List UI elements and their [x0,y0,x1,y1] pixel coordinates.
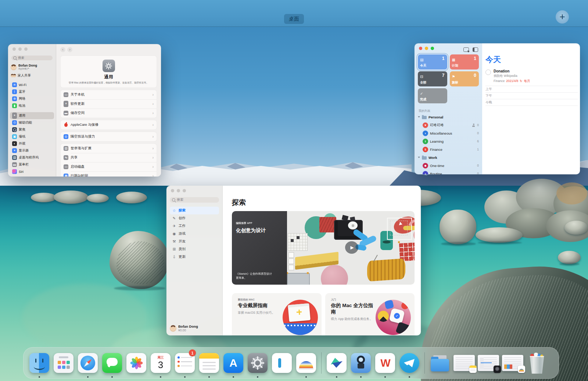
nav-categories[interactable]: ⊞ 类别 [170,245,219,253]
back-button[interactable]: ‹ [60,47,65,52]
minimize-icon[interactable] [177,189,180,192]
dock-notes[interactable] [197,347,221,379]
story-card-screenshot-guide[interactable]: 掌控你的 MAC 专业截屏指南 掌握 macOS 实用小技巧。 [232,293,322,335]
row-about[interactable]: ▭ 关于本机› [61,90,157,99]
row-storage[interactable]: ▬ 储存空间› [61,108,157,118]
dock-system-settings[interactable] [245,347,270,379]
sidebar-item-spotlight[interactable]: 聚焦 [10,126,54,133]
sidebar-item-desktop-dock[interactable]: ▤ 桌面与程序坞 [10,154,54,161]
tile-completed[interactable]: ✓ 完成 [418,88,447,103]
dock-sunrise-app[interactable] [294,347,318,379]
add-desktop-button[interactable]: + [556,10,569,24]
account-row[interactable]: Bofan Dong ¥0.00 [170,324,198,332]
reminder-task-donation[interactable]: Donation 捐款给 Wikipedia Finance 2021/4/8 … [485,69,578,86]
dock-app-store[interactable]: A [221,347,245,379]
dock-downloads-folder[interactable] [428,347,452,379]
sidebar-item-wifi[interactable]: ≋ Wi-Fi [10,81,54,88]
row-software-update[interactable]: * 软件更新› [61,99,157,108]
chevron-down-icon[interactable] [418,116,420,118]
nav-discover[interactable]: ☆ 探索 [170,207,219,214]
dock-draft-app[interactable] [270,347,294,379]
window-controls[interactable] [12,47,28,51]
dock-wps-office[interactable]: W [373,347,397,379]
row-airdrop[interactable]: ◎ 隔空投送与接力› [61,132,157,141]
sidebar-item-battery[interactable]: ▮ 电池 [10,102,54,109]
list-item-routine[interactable]: ▲ Routine 0 [418,170,479,174]
row-login-items[interactable]: ▤ 登录项与扩展› [61,144,157,153]
nav-create[interactable]: ✎ 创作 [170,214,219,222]
nav-updates[interactable]: ⇩ 更新 [170,253,219,261]
list-item-dingdong[interactable]: ♥ 叮咚叮咚 0 [418,121,479,129]
window-controls[interactable] [419,47,434,50]
window-controls[interactable] [171,189,186,192]
dock-launchpad[interactable] [51,347,76,379]
dock-bird-app[interactable] [325,347,349,379]
story-card-mac-guide[interactable]: 入门 你的 Mac 全方位指南 得力 App 助你完成各类任务。 ✓ [325,293,415,335]
app-store-search-input[interactable]: 搜索 [170,197,219,203]
sidebar-item-menubar[interactable]: ▬ 菜单栏 [10,161,54,168]
chevron-down-icon[interactable] [418,157,420,158]
dock-telegram[interactable] [397,347,422,379]
list-item-finance[interactable]: $ Finance 1 [418,145,479,153]
row-startup-disk[interactable]: ▭ 启动磁盘› [61,162,157,171]
tile-scheduled[interactable]: ▦ 1 计划 [450,54,479,70]
sidebar-item-wallpaper[interactable]: ▣ 墙纸 [10,133,54,140]
dock-messages[interactable] [100,347,124,379]
dock-safari[interactable] [76,347,100,379]
close-icon[interactable] [12,47,16,51]
featured-card-sketch[interactable]: 编辑推荐 APP 化创意为设计 《Sketch》让创作和原型设计 更简单。 [232,211,415,285]
heart-list-icon: ♥ [423,122,428,128]
forward-button[interactable]: › [67,47,72,52]
zoom-icon[interactable] [431,47,434,50]
play-button[interactable]: ▶ [345,241,358,254]
sidebar-item-network[interactable]: ⊕ 网络 [10,95,54,102]
task-checkbox[interactable] [485,70,491,75]
tile-all[interactable]: ⊟ 7 全部 [418,71,447,86]
calendar-icon: 周三 3 [151,353,171,373]
dock-minimized-window-browser[interactable] [501,347,525,379]
sidebar-item-displays[interactable]: ☀ 显示器 [10,147,54,154]
tile-today[interactable]: ▤ 1 今天 [418,54,447,70]
list-item-learning[interactable]: ‖ Learning 6 [418,137,479,145]
photos-icon [126,353,146,373]
nav-games[interactable]: ◉ 游戏 [170,230,219,238]
zoom-icon[interactable] [24,47,28,51]
dock-minimized-window-speaker[interactable] [476,347,501,379]
minimize-icon[interactable] [18,47,22,51]
nav-work[interactable]: ✈ 工作 [170,222,219,230]
view-options-icon[interactable] [463,47,469,52]
space-label-desktop[interactable]: 桌面 [284,14,304,24]
sidebar-item-bluetooth[interactable]: ᛒ 蓝牙 [10,88,54,95]
dock-reminders[interactable]: 1 [173,347,197,379]
row-applecare[interactable]: AppleCare 与保修› [61,120,157,129]
dock-finder[interactable] [27,347,51,379]
close-icon[interactable] [171,189,174,192]
system-settings-window[interactable]: 搜索 Bofan Dong Apple账户 家人共享 ≋ Wi-Fi ᛒ [8,44,161,177]
dock-calendar[interactable]: 周三 3 [148,347,173,379]
dock-trash[interactable] [525,347,549,379]
dock-photos[interactable] [124,347,148,379]
nav-develop[interactable]: ⚒ 开发 [170,238,219,245]
sidebar-item-siri[interactable]: Siri [10,168,54,175]
close-icon[interactable] [419,47,422,50]
sidebar-item-appearance[interactable]: ◐ 外观 [10,140,54,147]
sidebar-toggle-icon[interactable] [473,47,478,52]
app-store-window[interactable]: 搜索 ☆ 探索 ✎ 创作 ✈ 工作 ◉ 游戏 ⚒ 开发 [166,186,421,335]
list-group-work[interactable]: Work [418,153,479,161]
row-date-time[interactable]: ▦ 日期与时间› [61,171,157,177]
list-item-one-time[interactable]: ◆ One-time 0 [418,161,479,170]
apple-account-item[interactable]: Bofan Dong Apple账户 [11,64,53,71]
family-sharing-item[interactable]: 家人共享 [11,73,53,78]
reminders-window[interactable]: ▤ 1 今天 ▦ 1 计划 ⊟ 7 全部 ⚑ 0 旗标 [415,43,580,174]
zoom-icon[interactable] [183,189,186,192]
dock-minimized-window-notes[interactable] [452,347,476,379]
settings-search-input[interactable]: 搜索 [11,56,53,60]
list-group-personal[interactable]: Personal [418,113,479,121]
row-sharing[interactable]: ⇆ 共享› [61,153,157,162]
tile-flagged[interactable]: ⚑ 0 旗标 [450,71,479,86]
list-item-miscellaneous[interactable]: ◖ Miscellaneous 0 [418,129,479,137]
dock-loupe-app[interactable] [349,347,373,379]
minimize-icon[interactable] [425,47,428,50]
sidebar-item-general[interactable]: * 通用 [10,112,54,119]
sidebar-item-accessibility[interactable]: ⊙ 辅助功能 [10,119,54,126]
